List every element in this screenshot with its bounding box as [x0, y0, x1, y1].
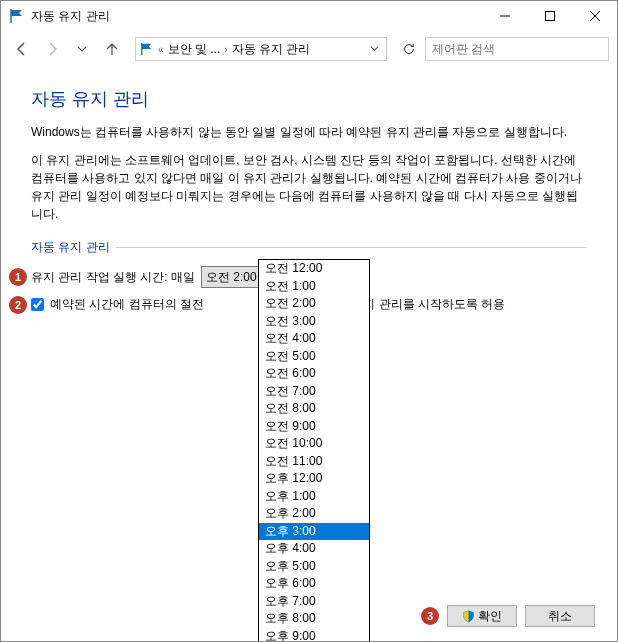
wake-checkbox-label-before: 예약된 시간에 컴퓨터의 절전 [50, 296, 204, 313]
titlebar: 자동 유지 관리 [1, 1, 617, 31]
chevron-right-icon: › [224, 44, 227, 55]
dropdown-item[interactable]: 오전 2:00 [259, 295, 369, 313]
dropdown-item[interactable]: 오전 1:00 [259, 278, 369, 296]
time-combo-value: 오전 2:00 [206, 269, 257, 286]
breadcrumb-item[interactable]: 보안 및 ... [168, 41, 221, 58]
dropdown-item[interactable]: 오전 10:00 [259, 435, 369, 453]
breadcrumb-dropdown[interactable] [366, 42, 382, 56]
dropdown-item[interactable]: 오전 5:00 [259, 348, 369, 366]
back-button[interactable] [9, 36, 35, 62]
dropdown-item[interactable]: 오후 7:00 [259, 593, 369, 611]
intro-paragraph-1: Windows는 컴퓨터를 사용하지 않는 동안 일별 일정에 따라 예약된 유… [31, 123, 587, 141]
intro-paragraph-2: 이 유지 관리에는 소프트웨어 업데이트, 보안 검사, 시스템 진단 등의 작… [31, 151, 587, 223]
footer: 3 확인 취소 [421, 605, 595, 627]
cancel-button-label: 취소 [548, 608, 572, 625]
flag-icon [9, 8, 25, 24]
dropdown-item[interactable]: 오전 7:00 [259, 383, 369, 401]
section-heading-text: 자동 유지 관리 [31, 239, 110, 256]
dropdown-item[interactable]: 오전 8:00 [259, 400, 369, 418]
dropdown-item[interactable]: 오후 6:00 [259, 575, 369, 593]
dropdown-item[interactable]: 오전 9:00 [259, 418, 369, 436]
refresh-button[interactable] [397, 37, 421, 61]
up-button[interactable] [99, 36, 125, 62]
minimize-button[interactable] [482, 1, 527, 31]
annotation-3: 3 [421, 607, 439, 625]
dropdown-item[interactable]: 오전 11:00 [259, 453, 369, 471]
dropdown-item[interactable]: 오전 12:00 [259, 260, 369, 278]
svg-rect-0 [545, 12, 554, 21]
annotation-2: 2 [9, 296, 27, 314]
ok-button-label: 확인 [478, 608, 502, 625]
dropdown-item[interactable]: 오전 4:00 [259, 330, 369, 348]
annotation-1: 1 [9, 268, 27, 286]
forward-button[interactable] [39, 36, 65, 62]
dropdown-item[interactable]: 오후 12:00 [259, 470, 369, 488]
dropdown-item[interactable]: 오후 4:00 [259, 540, 369, 558]
flag-icon [140, 42, 154, 56]
ok-button[interactable]: 확인 [447, 605, 517, 627]
dropdown-item[interactable]: 오후 5:00 [259, 558, 369, 576]
dropdown-item[interactable]: 오후 3:00 [259, 523, 369, 541]
wake-checkbox[interactable] [31, 298, 44, 311]
dropdown-item[interactable]: 오후 8:00 [259, 610, 369, 628]
dropdown-item[interactable]: 오전 6:00 [259, 365, 369, 383]
dropdown-item[interactable]: 오후 2:00 [259, 505, 369, 523]
window-controls [482, 1, 617, 31]
history-dropdown-button[interactable] [69, 36, 95, 62]
breadcrumb[interactable]: « 보안 및 ... › 자동 유지 관리 [135, 37, 387, 61]
time-selection-label: 유지 관리 작업 실행 시간: 매일 [31, 269, 195, 286]
dropdown-item[interactable]: 오후 1:00 [259, 488, 369, 506]
breadcrumb-item[interactable]: 자동 유지 관리 [232, 41, 311, 58]
maximize-button[interactable] [527, 1, 572, 31]
dropdown-item[interactable]: 오전 3:00 [259, 313, 369, 331]
cancel-button[interactable]: 취소 [525, 605, 595, 627]
shield-icon [462, 610, 475, 623]
dropdown-item[interactable]: 오후 9:00 [259, 628, 369, 643]
page-title: 자동 유지 관리 [31, 87, 587, 111]
navbar: « 보안 및 ... › 자동 유지 관리 [1, 31, 617, 67]
time-dropdown-list[interactable]: 오전 12:00오전 1:00오전 2:00오전 3:00오전 4:00오전 5… [258, 259, 370, 642]
close-button[interactable] [572, 1, 617, 31]
section-heading: 자동 유지 관리 [31, 239, 587, 256]
window-title: 자동 유지 관리 [31, 8, 482, 25]
breadcrumb-separator: « [158, 44, 164, 55]
search-input[interactable] [425, 37, 609, 61]
